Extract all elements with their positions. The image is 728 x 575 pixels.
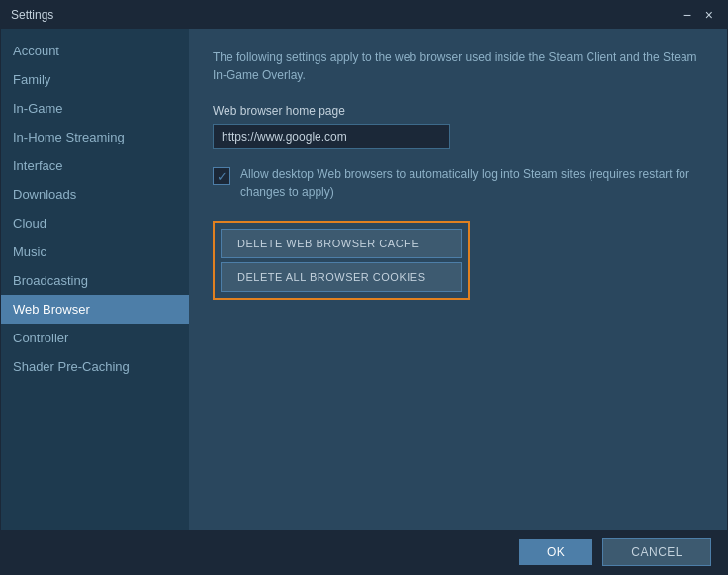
sidebar-item-music[interactable]: Music [1, 238, 189, 266]
sidebar-item-account[interactable]: Account [1, 37, 189, 65]
titlebar-controls: − × [680, 8, 717, 22]
sidebar-item-shader-pre-caching[interactable]: Shader Pre-Caching [1, 352, 189, 381]
sidebar-item-family[interactable]: Family [1, 65, 189, 94]
allow-browsers-checkbox[interactable]: ✓ [213, 167, 230, 185]
window-title: Settings [11, 8, 53, 22]
sidebar-item-broadcasting[interactable]: Broadcasting [1, 266, 189, 295]
sidebar-item-web-browser[interactable]: Web Browser [1, 295, 189, 324]
checkbox-label: Allow desktop Web browsers to automatica… [240, 165, 703, 201]
delete-cache-button[interactable]: DELETE WEB BROWSER CACHE [221, 229, 462, 258]
footer: OK CANCEL [1, 530, 727, 574]
close-button[interactable]: × [701, 8, 717, 22]
sidebar-item-interface[interactable]: Interface [1, 151, 189, 180]
homepage-label: Web browser home page [213, 104, 703, 118]
settings-window: Settings − × Account Family In-Game In-H… [0, 0, 728, 575]
titlebar: Settings − × [1, 1, 727, 29]
checkbox-row: ✓ Allow desktop Web browsers to automati… [213, 165, 703, 201]
ok-button[interactable]: OK [519, 539, 592, 565]
delete-cookies-button[interactable]: DELETE ALL BROWSER COOKIES [221, 262, 462, 292]
sidebar: Account Family In-Game In-Home Streaming… [1, 29, 189, 530]
sidebar-item-in-game[interactable]: In-Game [1, 94, 189, 123]
delete-buttons-group: DELETE WEB BROWSER CACHE DELETE ALL BROW… [213, 221, 470, 300]
description-text: The following settings apply to the web … [213, 48, 703, 84]
sidebar-item-controller[interactable]: Controller [1, 324, 189, 352]
checkbox-check-icon: ✓ [217, 169, 228, 184]
sidebar-item-cloud[interactable]: Cloud [1, 209, 189, 238]
cancel-button[interactable]: CANCEL [602, 538, 711, 566]
content-area: The following settings apply to the web … [189, 29, 727, 530]
sidebar-item-in-home-streaming[interactable]: In-Home Streaming [1, 123, 189, 151]
main-content: Account Family In-Game In-Home Streaming… [1, 29, 727, 530]
minimize-button[interactable]: − [680, 8, 695, 22]
sidebar-item-downloads[interactable]: Downloads [1, 180, 189, 209]
homepage-input[interactable] [213, 124, 450, 149]
